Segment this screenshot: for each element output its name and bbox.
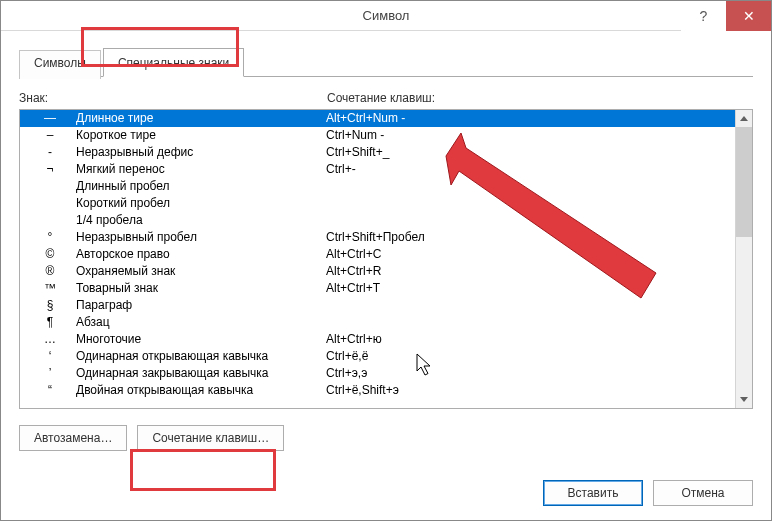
list-item[interactable]: …МноготочиеAlt+Ctrl+ю	[20, 331, 735, 348]
list-item[interactable]: ¬Мягкий переносCtrl+-	[20, 161, 735, 178]
row-name: Короткое тире	[76, 127, 326, 144]
row-symbol: ©	[24, 246, 76, 263]
scroll-thumb[interactable]	[736, 127, 752, 237]
close-button[interactable]: ✕	[726, 1, 771, 31]
dialog-content: Символы Специальные знаки Знак: Сочетани…	[1, 31, 771, 451]
dialog-buttons: Вставить Отмена	[543, 480, 753, 506]
row-shortcut: Alt+Ctrl+C	[326, 246, 735, 263]
row-name: Абзац	[76, 314, 326, 331]
list-item[interactable]: Длинный пробел	[20, 178, 735, 195]
row-shortcut	[326, 297, 735, 314]
list-item[interactable]: ®Охраняемый знакAlt+Ctrl+R	[20, 263, 735, 280]
tab-symbols[interactable]: Символы	[19, 50, 101, 79]
row-name: Многоточие	[76, 331, 326, 348]
row-shortcut	[326, 195, 735, 212]
autoreplace-button[interactable]: Автозамена…	[19, 425, 127, 451]
autoreplace-label: Автозамена…	[34, 431, 112, 445]
list-item[interactable]: -Неразрывный дефисCtrl+Shift+_	[20, 144, 735, 161]
shortcut-keys-label: Сочетание клавиш…	[152, 431, 269, 445]
row-shortcut: Alt+Ctrl+ю	[326, 331, 735, 348]
row-shortcut: Ctrl+Shift+_	[326, 144, 735, 161]
column-headers: Знак: Сочетание клавиш:	[19, 91, 753, 105]
row-symbol: §	[24, 297, 76, 314]
row-symbol	[24, 195, 76, 212]
vertical-scrollbar[interactable]	[735, 110, 752, 408]
chevron-down-icon	[740, 397, 748, 402]
title-bar: Символ ? ✕	[1, 1, 771, 31]
row-name: Двойная открывающая кавычка	[76, 382, 326, 399]
scroll-up-button[interactable]	[736, 110, 752, 127]
row-shortcut: Alt+Ctrl+T	[326, 280, 735, 297]
row-name: Мягкий перенос	[76, 161, 326, 178]
chevron-up-icon	[740, 116, 748, 121]
row-symbol: ¶	[24, 314, 76, 331]
header-shortcut: Сочетание клавиш:	[327, 91, 753, 105]
row-name: Длинное тире	[76, 110, 326, 127]
listbox-container: —Длинное тиреAlt+Ctrl+Num -–Короткое тир…	[19, 109, 753, 409]
scroll-down-button[interactable]	[736, 391, 752, 408]
insert-label: Вставить	[568, 486, 619, 500]
row-symbol: —	[24, 110, 76, 127]
tab-special-chars[interactable]: Специальные знаки	[103, 48, 244, 77]
row-symbol: ’	[24, 365, 76, 382]
row-shortcut: Alt+Ctrl+R	[326, 263, 735, 280]
row-symbol: ™	[24, 280, 76, 297]
list-item[interactable]: ™Товарный знакAlt+Ctrl+T	[20, 280, 735, 297]
row-shortcut: Ctrl+Num -	[326, 127, 735, 144]
row-name: Параграф	[76, 297, 326, 314]
row-symbol: °	[24, 229, 76, 246]
row-shortcut: Ctrl+-	[326, 161, 735, 178]
row-name: Авторское право	[76, 246, 326, 263]
row-symbol: -	[24, 144, 76, 161]
cancel-button[interactable]: Отмена	[653, 480, 753, 506]
list-item[interactable]: Короткий пробел	[20, 195, 735, 212]
row-shortcut: Ctrl+э,э	[326, 365, 735, 382]
row-name: Короткий пробел	[76, 195, 326, 212]
row-name: Неразрывный пробел	[76, 229, 326, 246]
list-item[interactable]: —Длинное тиреAlt+Ctrl+Num -	[20, 110, 735, 127]
row-shortcut: Ctrl+ё,Shift+э	[326, 382, 735, 399]
close-icon: ✕	[743, 8, 755, 24]
row-symbol: –	[24, 127, 76, 144]
row-symbol	[24, 212, 76, 229]
row-shortcut: Alt+Ctrl+Num -	[326, 110, 735, 127]
tab-special-label: Специальные знаки	[118, 56, 229, 70]
row-name: Одинарная закрывающая кавычка	[76, 365, 326, 382]
cancel-label: Отмена	[681, 486, 724, 500]
list-item[interactable]: ’Одинарная закрывающая кавычкаCtrl+э,э	[20, 365, 735, 382]
action-buttons-row: Автозамена… Сочетание клавиш…	[19, 425, 753, 451]
row-shortcut: Ctrl+Shift+Пробел	[326, 229, 735, 246]
row-shortcut: Ctrl+ё,ё	[326, 348, 735, 365]
window-title: Символ	[363, 8, 410, 23]
row-name: 1/4 пробела	[76, 212, 326, 229]
row-name: Охраняемый знак	[76, 263, 326, 280]
tab-symbols-label: Символы	[34, 56, 86, 70]
list-item[interactable]: “Двойная открывающая кавычкаCtrl+ё,Shift…	[20, 382, 735, 399]
list-item[interactable]: 1/4 пробела	[20, 212, 735, 229]
row-shortcut	[326, 178, 735, 195]
list-item[interactable]: ¶Абзац	[20, 314, 735, 331]
special-chars-list[interactable]: —Длинное тиреAlt+Ctrl+Num -–Короткое тир…	[20, 110, 735, 408]
row-shortcut	[326, 212, 735, 229]
list-item[interactable]: ‘Одинарная открывающая кавычкаCtrl+ё,ё	[20, 348, 735, 365]
list-item[interactable]: –Короткое тиреCtrl+Num -	[20, 127, 735, 144]
help-button[interactable]: ?	[681, 1, 726, 31]
scroll-track[interactable]	[736, 127, 752, 391]
row-name: Длинный пробел	[76, 178, 326, 195]
shortcut-keys-button[interactable]: Сочетание клавиш…	[137, 425, 284, 451]
row-symbol	[24, 178, 76, 195]
list-item[interactable]: °Неразрывный пробелCtrl+Shift+Пробел	[20, 229, 735, 246]
header-znak: Знак:	[19, 91, 327, 105]
row-symbol: ®	[24, 263, 76, 280]
annotation-highlight-button	[130, 449, 276, 491]
list-item[interactable]: ©Авторское правоAlt+Ctrl+C	[20, 246, 735, 263]
list-item[interactable]: §Параграф	[20, 297, 735, 314]
insert-button[interactable]: Вставить	[543, 480, 643, 506]
row-name: Товарный знак	[76, 280, 326, 297]
row-symbol: “	[24, 382, 76, 399]
tab-strip: Символы Специальные знаки	[19, 47, 753, 77]
help-icon: ?	[700, 8, 708, 24]
row-name: Неразрывный дефис	[76, 144, 326, 161]
row-symbol: ‘	[24, 348, 76, 365]
row-symbol: …	[24, 331, 76, 348]
